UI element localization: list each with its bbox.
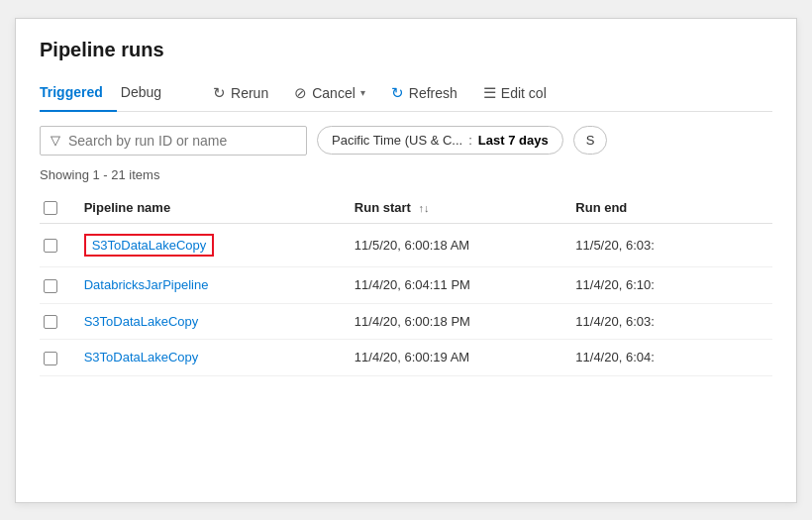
row-checkbox-cell xyxy=(40,303,84,340)
search-input[interactable] xyxy=(68,133,296,149)
tab-triggered[interactable]: Triggered xyxy=(40,76,117,112)
toolbar: ↻ Rerun ⊘ Cancel ▾ ↻ Refresh ☰ Edit col xyxy=(203,78,772,108)
refresh-icon: ↻ xyxy=(391,84,404,102)
pipeline-link[interactable]: S3ToDataLakeCopy xyxy=(84,350,199,364)
pipeline-name-cell: S3ToDataLakeCopy xyxy=(84,224,355,267)
edit-columns-button[interactable]: ☰ Edit col xyxy=(473,78,557,108)
pipeline-link[interactable]: S3ToDataLakeCopy xyxy=(84,234,215,257)
run-start-cell: 11/4/20, 6:00:18 PM xyxy=(355,303,575,340)
time-separator: : xyxy=(468,133,472,148)
row-checkbox-cell xyxy=(40,340,84,376)
run-start-cell: 11/5/20, 6:00:18 AM xyxy=(355,224,575,267)
search-box[interactable]: ▽ xyxy=(40,126,307,156)
tab-debug[interactable]: Debug xyxy=(121,76,175,112)
filter-icon: ▽ xyxy=(51,133,60,148)
row-checkbox[interactable] xyxy=(44,279,57,293)
row-checkbox[interactable] xyxy=(44,352,57,365)
table-row: DatabricksJarPipeline 11/4/20, 6:04:11 P… xyxy=(40,267,772,304)
cancel-icon: ⊘ xyxy=(294,84,307,102)
date-range-label: Last 7 days xyxy=(478,133,549,148)
rerun-button[interactable]: ↻ Rerun xyxy=(203,78,278,108)
row-checkbox-cell xyxy=(40,267,84,304)
header-pipeline-name: Pipeline name xyxy=(84,192,355,224)
refresh-button[interactable]: ↻ Refresh xyxy=(381,78,467,108)
page-title: Pipeline runs xyxy=(40,39,772,61)
time-filter[interactable]: Pacific Time (US & C... : Last 7 days xyxy=(317,126,563,155)
run-start-cell: 11/4/20, 6:00:19 AM xyxy=(355,340,575,376)
run-end-cell: 11/4/20, 6:10: xyxy=(575,267,772,304)
pipeline-name-cell: DatabricksJarPipeline xyxy=(84,267,355,304)
pipeline-name-cell: S3ToDataLakeCopy xyxy=(84,340,355,376)
table-row: S3ToDataLakeCopy 11/4/20, 6:00:19 AM 11/… xyxy=(40,340,772,376)
row-checkbox[interactable] xyxy=(44,239,57,253)
table-row: S3ToDataLakeCopy 11/5/20, 6:00:18 AM 11/… xyxy=(40,224,772,267)
pipeline-link[interactable]: S3ToDataLakeCopy xyxy=(84,314,199,329)
header-checkbox-col xyxy=(40,192,84,224)
pipeline-link[interactable]: DatabricksJarPipeline xyxy=(84,277,209,292)
filter-row: ▽ Pacific Time (US & C... : Last 7 days … xyxy=(40,126,772,156)
rerun-icon: ↻ xyxy=(213,84,226,102)
cancel-caret-icon: ▾ xyxy=(360,87,365,98)
row-checkbox-cell xyxy=(40,224,84,267)
timezone-label: Pacific Time (US & C... xyxy=(332,133,462,148)
table-header-row: Pipeline name Run start ↑↓ Run end xyxy=(40,192,772,224)
run-end-cell: 11/4/20, 6:04: xyxy=(575,340,772,376)
edit-columns-icon: ☰ xyxy=(483,84,496,102)
table-row: S3ToDataLakeCopy 11/4/20, 6:00:18 PM 11/… xyxy=(40,303,772,340)
sort-icon: ↑↓ xyxy=(419,202,430,214)
main-window: Pipeline runs Triggered Debug ↻ Rerun ⊘ … xyxy=(15,18,797,503)
header-checkbox[interactable] xyxy=(44,201,57,215)
extra-filter[interactable]: S xyxy=(573,126,608,155)
run-end-cell: 11/4/20, 6:03: xyxy=(575,303,772,340)
header-run-end: Run end xyxy=(575,192,772,224)
run-start-cell: 11/4/20, 6:04:11 PM xyxy=(355,267,575,304)
pipeline-runs-table: Pipeline name Run start ↑↓ Run end S3ToD… xyxy=(40,192,772,376)
showing-label: Showing 1 - 21 items xyxy=(40,167,772,182)
header-run-start[interactable]: Run start ↑↓ xyxy=(355,192,575,224)
pipeline-name-cell: S3ToDataLakeCopy xyxy=(84,303,355,340)
cancel-button[interactable]: ⊘ Cancel ▾ xyxy=(284,78,375,108)
tabs-row: Triggered Debug ↻ Rerun ⊘ Cancel ▾ ↻ Ref… xyxy=(40,75,772,112)
row-checkbox[interactable] xyxy=(44,315,57,329)
run-end-cell: 11/5/20, 6:03: xyxy=(575,224,772,267)
